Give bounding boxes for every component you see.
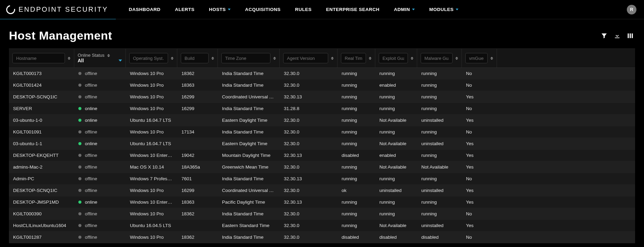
- columns-icon[interactable]: [627, 32, 634, 39]
- col-realtime: [337, 49, 375, 67]
- table-row[interactable]: admins-Mac-2offlineMac OS X 10.1418A365a…: [9, 161, 635, 173]
- cell-exploit-guard: Not Available: [375, 141, 417, 146]
- table-row[interactable]: KGILT001424offlineWindows 10 Pro18363Ind…: [9, 79, 635, 91]
- page-title: Host Management: [9, 29, 112, 42]
- agent-version-filter-input[interactable]: [283, 53, 328, 63]
- chevron-down-icon[interactable]: [119, 60, 122, 62]
- sort-icon[interactable]: [211, 57, 214, 60]
- realtime-filter-input[interactable]: [341, 53, 366, 63]
- cell-build: 18A365a: [177, 164, 218, 170]
- cell-vmguest: Yes: [462, 223, 497, 228]
- cell-vmguest: No: [462, 129, 497, 135]
- sort-icon[interactable]: [411, 57, 413, 60]
- cell-timezone: Mountain Daylight Time: [218, 153, 280, 158]
- timezone-filter-input[interactable]: [221, 53, 270, 63]
- cell-timezone: India Standard Time: [218, 129, 280, 135]
- sort-icon[interactable]: [171, 57, 174, 60]
- cell-realtime: running: [337, 223, 375, 228]
- table-row[interactable]: DESKTOP-EKQEHTTofflineWindows 10 Enterpr…: [9, 150, 635, 161]
- nav-modules[interactable]: MODULES: [429, 1, 458, 18]
- status-dot-icon: [78, 154, 81, 157]
- cell-realtime: ok: [337, 188, 375, 193]
- table-row[interactable]: KGILT001091offlineWindows 10 Pro17134Ind…: [9, 126, 635, 138]
- cell-agent-version: 32.30.0: [280, 211, 337, 216]
- sort-icon[interactable]: [68, 57, 70, 60]
- cell-agent-version: 32.30.0: [280, 188, 337, 193]
- cell-realtime: running: [337, 106, 375, 111]
- table-row[interactable]: DESKTOP-SCNQ1ICofflineWindows 10 Pro1629…: [9, 91, 635, 103]
- table-row[interactable]: KGILT000173offlineWindows 10 Pro18362Ind…: [9, 68, 635, 79]
- nav-rules[interactable]: RULES: [295, 1, 311, 18]
- sort-icon[interactable]: [455, 57, 458, 60]
- sort-icon[interactable]: [331, 57, 334, 60]
- cell-timezone: Eastern Standard Time: [218, 223, 280, 228]
- cell-malware-guard: running: [417, 106, 462, 111]
- table-row[interactable]: 03-ubuntu-1-0onlineUbuntu 16.04.7 LTSEas…: [9, 115, 635, 126]
- status-dot-icon: [78, 142, 81, 145]
- nav-hosts[interactable]: HOSTS: [209, 1, 231, 18]
- cell-exploit-guard: running: [375, 94, 417, 99]
- cell-timezone: India Standard Time: [218, 83, 280, 88]
- online-status-value: All: [78, 58, 110, 64]
- download-icon[interactable]: [614, 32, 621, 39]
- filter-icon[interactable]: [601, 32, 608, 39]
- cell-malware-guard: running: [417, 153, 462, 158]
- table-row[interactable]: KGILT001287offlineWindows 10 Pro18362Ind…: [9, 232, 635, 243]
- cell-hostname: DESKTOP-JMSP1MD: [9, 200, 74, 205]
- cell-vmguest: No: [462, 235, 497, 240]
- os-filter-input[interactable]: [129, 53, 168, 63]
- nav-enterprise-search[interactable]: ENTERPRISE SEARCH: [326, 1, 380, 18]
- status-dot-icon: [78, 119, 81, 122]
- cell-malware-guard: running: [417, 176, 462, 181]
- sort-icon[interactable]: [107, 54, 110, 57]
- table-row[interactable]: DESKTOP-SCNQ1ICofflineWindows 10 Pro1629…: [9, 185, 635, 196]
- cell-timezone: Greenwich Mean Time: [218, 164, 280, 170]
- table-row[interactable]: SERVERonlineWindows 10 Pro16299India Sta…: [9, 103, 635, 115]
- exploit-guard-filter-input[interactable]: [379, 53, 408, 63]
- cell-exploit-guard: running: [375, 176, 417, 181]
- nav-alerts[interactable]: ALERTS: [175, 1, 195, 18]
- cell-hostname: DESKTOP-EKQEHTT: [9, 153, 74, 158]
- table-row[interactable]: 03-ubuntu-1-1onlineUbuntu 16.04.7 LTSEas…: [9, 138, 635, 150]
- table-row[interactable]: DESKTOP-JMSP1MDonlineWindows 10 Enterpri…: [9, 196, 635, 208]
- cell-build: 17134: [177, 129, 218, 135]
- cell-realtime: running: [337, 200, 375, 205]
- cell-realtime: running: [337, 164, 375, 170]
- cell-os: Windows 10 Pro: [126, 83, 177, 88]
- cell-online-status: offline: [74, 211, 126, 216]
- nav-acquisitions[interactable]: ACQUISITIONS: [245, 1, 281, 18]
- cell-realtime: running: [337, 94, 375, 99]
- cell-exploit-guard: running: [375, 71, 417, 76]
- cell-agent-version: 32.30.13: [280, 176, 337, 181]
- cell-agent-version: 32.30.0: [280, 223, 337, 228]
- status-dot-icon: [78, 130, 81, 133]
- cell-timezone: India Standard Time: [218, 211, 280, 216]
- table-row[interactable]: KGILT000390offlineWindows 10 Pro18362Ind…: [9, 208, 635, 220]
- malware-guard-filter-input[interactable]: [421, 53, 453, 63]
- build-filter-input[interactable]: [181, 53, 209, 63]
- table-row[interactable]: Admin-PCofflineWindows 7 Professio…7601I…: [9, 173, 635, 185]
- nav-admin[interactable]: ADMIN: [394, 1, 415, 18]
- hostname-filter-input[interactable]: [12, 53, 65, 63]
- cell-build: 16299: [177, 94, 218, 99]
- cell-exploit-guard: Not Available: [375, 223, 417, 228]
- cell-os: Windows 7 Professio…: [126, 176, 177, 181]
- col-spacer: [497, 49, 635, 67]
- sort-icon[interactable]: [369, 57, 371, 60]
- vmguest-filter-input[interactable]: [465, 53, 488, 63]
- user-avatar[interactable]: R: [627, 5, 636, 14]
- sort-icon[interactable]: [490, 57, 493, 60]
- col-agent-version: [280, 49, 337, 67]
- cell-timezone: Coordinated Universal Time: [218, 188, 280, 193]
- nav-hosts-label: HOSTS: [209, 7, 226, 12]
- col-online-status[interactable]: Online Status All: [74, 49, 126, 67]
- cell-online-status: offline: [74, 223, 126, 228]
- cell-vmguest: Yes: [462, 118, 497, 123]
- table-row[interactable]: HostCLILinuxUbuntu1604offlineUbuntu 16.0…: [9, 220, 635, 232]
- sort-icon[interactable]: [273, 57, 276, 60]
- cell-timezone: Eastern Daylight Time: [218, 118, 280, 123]
- cell-online-status: offline: [74, 188, 126, 193]
- nav-dashboard[interactable]: DASHBOARD: [129, 1, 160, 18]
- col-os: [126, 49, 177, 67]
- top-navigation: ENDPOINT SECURITY DASHBOARD ALERTS HOSTS…: [0, 0, 644, 19]
